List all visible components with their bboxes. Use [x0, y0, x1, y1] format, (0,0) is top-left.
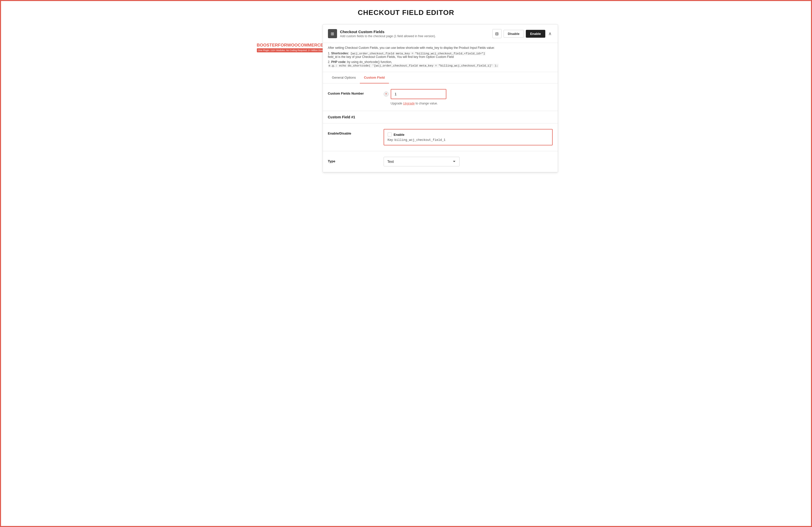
custom-fields-number-input[interactable] — [391, 89, 446, 99]
enable-button[interactable]: Enable — [526, 30, 545, 38]
tab-custom-field[interactable]: Custom Field — [360, 72, 389, 84]
section-header-row: Custom Field #1 — [323, 111, 558, 123]
type-content: Text Number Email Phone Select Textarea … — [383, 157, 553, 166]
shortcodes-label: Shortcodes: — [331, 51, 349, 55]
disable-button[interactable]: Disable — [504, 30, 524, 38]
brand-name-prefix: BOOSTER — [257, 43, 278, 47]
form-row-enable-disable: Enable/Disable Enable Key: billing_wcj_c… — [323, 123, 558, 151]
enable-checkbox[interactable] — [388, 133, 392, 137]
panel-header-actions: ⊟ Disable Enable ∧ — [492, 29, 553, 38]
info-item-php: PHP code: by using do_shortcode() functi… — [328, 60, 553, 67]
php-label: PHP code: — [331, 60, 346, 64]
checkbox-area: Enable Key: billing_wcj_checkout_field_1 — [383, 129, 553, 146]
tab-general-options[interactable]: General Options — [328, 72, 360, 84]
upgrade-link[interactable]: Upgrade — [403, 102, 415, 105]
php-note: by using do_shortcode() function, — [347, 60, 392, 64]
key-text: Key: billing_wcj_checkout_field_1 — [388, 138, 549, 142]
key-value: billing_wcj_checkout_field_1 — [394, 138, 446, 142]
brand-name-suffix: WOOCOMMERCE — [287, 43, 323, 47]
custom-fields-number-content: ? Upgrade Upgrade to change value. — [383, 89, 553, 105]
copy-button[interactable]: ⊟ — [492, 29, 502, 38]
panel-subtitle: Add custom fields to the checkout page (… — [340, 34, 489, 38]
form-section: Custom Fields Number ? Upgrade Upgrade t… — [323, 84, 558, 172]
enable-checkbox-label: Enable — [394, 133, 405, 137]
panel-info: After setting Checkout Custom Fields, yo… — [323, 43, 558, 72]
upgrade-text: Upgrade Upgrade to change value. — [391, 102, 553, 105]
content-panel: ⊞ Checkout Custom Fields Add custom fiel… — [323, 24, 558, 172]
logo-area: BOOSTERFORWOOCOMMERCE One Plugin. 110+ M… — [254, 40, 315, 56]
panel-header-text: Checkout Custom Fields Add custom fields… — [340, 30, 489, 38]
brand-name-for: FOR — [278, 43, 287, 47]
info-text: After setting Checkout Custom Fields, yo… — [328, 46, 553, 49]
php-example: e.g.: echo do_shortcode( '[wcj_order_che… — [328, 64, 499, 67]
enable-disable-content: Enable Key: billing_wcj_checkout_field_1 — [383, 129, 553, 146]
tabs-bar: General Options Custom Field — [323, 72, 558, 84]
custom-fields-number-label: Custom Fields Number — [328, 89, 383, 95]
info-list: Shortcodes: [wcj_order_checkout_field me… — [328, 51, 553, 67]
help-icon[interactable]: ? — [383, 92, 389, 96]
select-wrapper: Text Number Email Phone Select Textarea … — [383, 157, 460, 166]
type-label: Type — [328, 157, 383, 163]
upgrade-suffix: to change value. — [415, 102, 438, 105]
section-header-title: Custom Field #1 — [328, 115, 553, 119]
info-item-shortcode: Shortcodes: [wcj_order_checkout_field me… — [328, 51, 553, 59]
form-row-type: Type Text Number Email Phone Select Text… — [323, 151, 558, 172]
enable-disable-label: Enable/Disable — [328, 129, 383, 135]
sidebar: BOOSTERFORWOOCOMMERCE One Plugin. 110+ M… — [254, 24, 315, 56]
upgrade-prefix: Upgrade — [391, 102, 403, 105]
form-row-custom-fields-number: Custom Fields Number ? Upgrade Upgrade t… — [323, 84, 558, 111]
shortcode-value: [wcj_order_checkout_field meta_key = "bi… — [350, 51, 485, 55]
panel-icon: ⊞ — [328, 29, 337, 38]
shortcodes-note: field_id is the key of your Checkout Cus… — [328, 55, 454, 59]
collapse-button[interactable]: ∧ — [547, 30, 553, 37]
key-label: Key: — [388, 138, 394, 141]
checkbox-label-row: Enable — [388, 133, 549, 137]
page-title: CHECKOUT FIELD EDITOR — [6, 9, 806, 17]
type-select[interactable]: Text Number Email Phone Select Textarea … — [383, 157, 460, 166]
brand-text: BOOSTERFORWOOCOMMERCE One Plugin. 110+ M… — [257, 43, 332, 52]
custom-fields-number-inner: ? — [383, 89, 553, 99]
panel-icon-symbol: ⊞ — [331, 31, 334, 36]
brand-tagline: One Plugin. 110+ Modules. No Coding Requ… — [257, 48, 332, 52]
panel-title: Checkout Custom Fields — [340, 30, 489, 34]
panel-header: ⊞ Checkout Custom Fields Add custom fiel… — [323, 25, 558, 43]
brand-name: BOOSTERFORWOOCOMMERCE — [257, 43, 332, 48]
main-layout: BOOSTERFORWOOCOMMERCE One Plugin. 110+ M… — [254, 24, 558, 172]
